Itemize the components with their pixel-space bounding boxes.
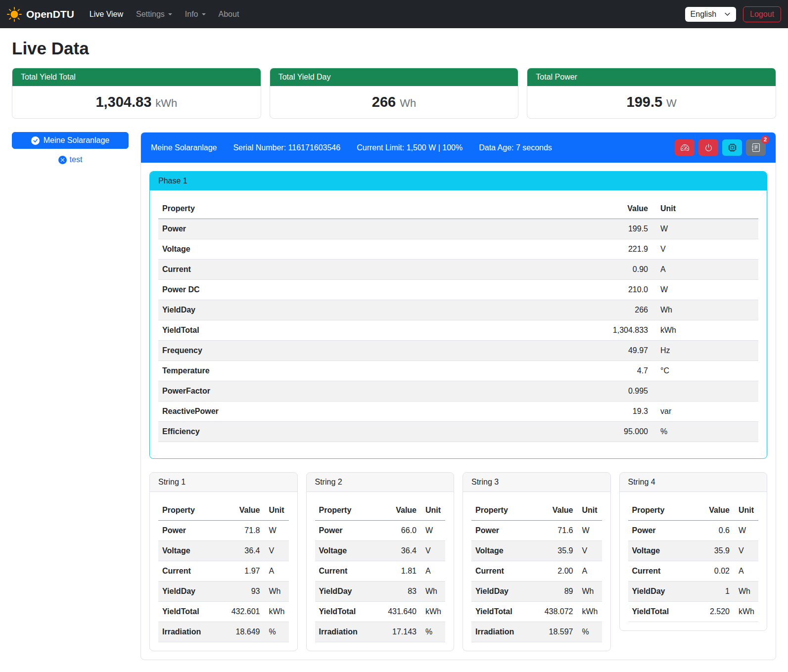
table-row: YieldDay89Wh — [471, 582, 602, 602]
phase-card-body: PropertyValueUnitPower199.5WVoltage221.9… — [150, 190, 767, 458]
column-header-value: Value — [695, 500, 734, 521]
row-value: 1 — [695, 582, 734, 602]
table-row: Current1.81A — [315, 561, 446, 582]
row-value: 35.9 — [695, 541, 734, 561]
table-row: Power0.6W — [628, 521, 759, 541]
nav-item-live-view[interactable]: Live View — [83, 5, 130, 23]
row-unit: V — [734, 541, 758, 561]
string-table: PropertyValueUnitPower71.8WVoltage36.4VC… — [158, 500, 289, 642]
strings-row: String 1PropertyValueUnitPower71.8WVolta… — [149, 472, 767, 651]
row-value: 18.597 — [539, 622, 577, 642]
summary-card-body: 1,304.83kWh — [12, 86, 261, 118]
inverter-current-limit: Current Limit: 1,500 W | 100% — [357, 143, 463, 152]
summary-card: Total Yield Day266Wh — [270, 68, 519, 119]
row-property: YieldTotal — [158, 320, 583, 341]
row-property: Current — [158, 260, 583, 280]
summary-card-title: Total Yield Day — [270, 68, 518, 86]
string-card-body: PropertyValueUnitPower71.6WVoltage35.9VC… — [463, 492, 610, 651]
row-property: Power — [628, 521, 695, 541]
sun-logo-icon — [7, 7, 22, 22]
table-row: YieldDay266Wh — [158, 300, 758, 320]
string-card: String 1PropertyValueUnitPower71.8WVolta… — [149, 472, 298, 651]
page-title: Live Data — [12, 39, 776, 58]
event-log-button[interactable]: 2 — [746, 139, 766, 156]
power-toggle-button[interactable] — [698, 139, 718, 156]
table-header-row: PropertyValueUnit — [315, 500, 446, 521]
row-unit: A — [734, 561, 758, 582]
nav-item-settings[interactable]: Settings — [130, 5, 179, 23]
nav-item-label: Info — [185, 10, 198, 19]
row-property: Voltage — [158, 541, 226, 561]
row-unit: Wh — [577, 582, 602, 602]
inverter-card: Meine Solaranlage Serial Number: 1161716… — [140, 132, 776, 660]
table-row: YieldTotal438.072kWh — [471, 602, 602, 622]
row-property: Temperature — [158, 361, 583, 381]
string-table: PropertyValueUnitPower0.6WVoltage35.9VCu… — [628, 500, 759, 622]
row-unit: A — [420, 561, 445, 582]
table-row: YieldDay1Wh — [628, 582, 759, 602]
table-row: Power71.6W — [471, 521, 602, 541]
row-value: 4.7 — [583, 361, 652, 381]
column-header-property: Property — [628, 500, 695, 521]
row-value: 71.8 — [226, 521, 264, 541]
row-unit: V — [264, 541, 289, 561]
row-unit: % — [577, 622, 602, 642]
string-card: String 4PropertyValueUnitPower0.6WVoltag… — [619, 472, 768, 631]
inverter-select-button[interactable]: Meine Solaranlage — [12, 132, 129, 149]
nav-item-info[interactable]: Info — [179, 5, 212, 23]
row-unit: V — [577, 541, 602, 561]
chevron-down-icon — [724, 11, 731, 17]
summary-card-value: 199.5 — [627, 94, 663, 110]
inverter-serial: Serial Number: 116171603546 — [233, 143, 340, 152]
limit-settings-button[interactable] — [675, 139, 695, 156]
nav-item-about[interactable]: About — [212, 5, 246, 23]
logout-button[interactable]: Logout — [743, 6, 781, 22]
table-row: Voltage221.9V — [158, 239, 758, 260]
string-card: String 3PropertyValueUnitPower71.6WVolta… — [463, 472, 611, 651]
row-unit: W — [264, 521, 289, 541]
check-circle-icon — [31, 136, 40, 145]
summary-card-value: 266 — [372, 94, 396, 110]
chevron-down-icon — [168, 13, 172, 15]
row-unit: W — [577, 521, 602, 541]
row-unit: Wh — [734, 582, 758, 602]
row-value: 432.601 — [226, 602, 264, 622]
row-value: 438.072 — [539, 602, 577, 622]
row-unit: V — [420, 541, 445, 561]
summary-card-unit: kWh — [155, 97, 177, 109]
row-unit: kWh — [264, 602, 289, 622]
language-select[interactable]: English — [685, 7, 736, 22]
row-property: Voltage — [315, 541, 382, 561]
summary-cards-row: Total Yield Total1,304.83kWhTotal Yield … — [12, 68, 776, 119]
device-info-button[interactable] — [722, 139, 742, 156]
row-unit: kWh — [734, 602, 758, 622]
string-table: PropertyValueUnitPower66.0WVoltage36.4VC… — [315, 500, 446, 642]
chevron-down-icon — [202, 13, 206, 15]
row-unit: Wh — [652, 300, 758, 320]
summary-card: Total Yield Total1,304.83kWh — [12, 68, 261, 119]
row-value: 35.9 — [539, 541, 577, 561]
row-unit: Wh — [420, 582, 445, 602]
row-property: YieldTotal — [315, 602, 382, 622]
inverter-select-label: Meine Solaranlage — [44, 136, 109, 145]
row-unit: W — [734, 521, 758, 541]
string-card: String 2PropertyValueUnitPower66.0WVolta… — [306, 472, 455, 651]
test-inverter-link[interactable]: test — [58, 155, 83, 164]
row-value: 95.000 — [583, 422, 652, 442]
inverter-card-body: Phase 1 PropertyValueUnitPower199.5WVolt… — [141, 163, 776, 660]
row-property: Irradiation — [158, 622, 226, 642]
column-header-value: Value — [583, 199, 652, 219]
row-value: 1.81 — [382, 561, 420, 582]
brand[interactable]: OpenDTU — [7, 7, 74, 22]
table-header-row: PropertyValueUnit — [158, 199, 758, 219]
row-property: Efficiency — [158, 422, 583, 442]
row-unit: A — [577, 561, 602, 582]
row-unit: Hz — [652, 341, 758, 361]
row-unit: kWh — [652, 320, 758, 341]
test-inverter-label: test — [70, 155, 83, 164]
row-unit: A — [652, 260, 758, 280]
column-header-unit: Unit — [264, 500, 289, 521]
phase-card: Phase 1 PropertyValueUnitPower199.5WVolt… — [149, 171, 767, 459]
row-unit: W — [652, 280, 758, 300]
summary-card-unit: Wh — [400, 97, 416, 109]
